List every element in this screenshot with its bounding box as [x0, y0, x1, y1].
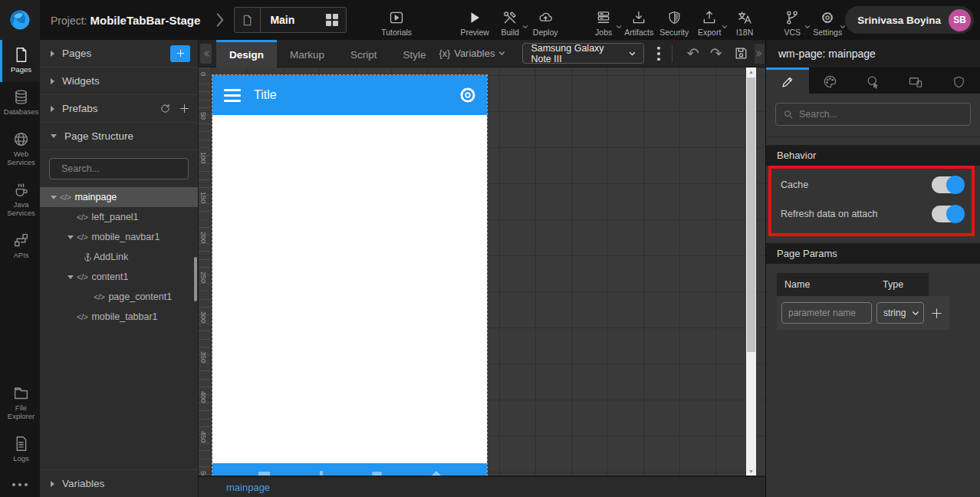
sidebar-item-logs[interactable]: Logs [0, 429, 40, 471]
sidebar-item-web-services[interactable]: Web Services [0, 124, 40, 175]
tab-styles[interactable] [809, 67, 852, 94]
tab-security[interactable] [937, 67, 980, 94]
tree-node-left-panel1[interactable]: </> left_panel1 [40, 207, 198, 227]
param-name-input[interactable] [781, 302, 872, 324]
tabbar-icon [320, 471, 323, 476]
collapse-panel-button[interactable] [200, 44, 212, 64]
expand-caret-icon[interactable] [51, 196, 57, 199]
sidebar-item-file-explorer[interactable]: File Explorer [0, 378, 40, 429]
design-canvas[interactable]: 0 50 100 150 200 250 300 350 400 450 500… [199, 67, 765, 476]
variables-caret-icon [51, 481, 54, 487]
expand-caret-icon[interactable] [67, 235, 74, 239]
section-widgets[interactable]: Widgets [40, 67, 198, 95]
scroll-down-icon[interactable]: ▼ [746, 469, 756, 474]
refresh-data-property-row: Refresh data on attach [771, 199, 972, 229]
sidebar-item-databases[interactable]: Databases [0, 82, 40, 124]
section-prefabs[interactable]: Prefabs [40, 95, 198, 123]
tree-node-mobile-tabbar1[interactable]: </> mobile_tabbar1 [40, 307, 198, 327]
tree-node-mobile-navbar1[interactable]: </> mobile_navbar1 [40, 227, 198, 247]
build-button[interactable]: Build [492, 3, 528, 37]
code-icon: </> [94, 292, 104, 301]
tab-script[interactable]: Script [337, 40, 390, 67]
behavior-section-header[interactable]: Behavior [766, 145, 980, 166]
prefabs-caret-icon [51, 106, 54, 112]
structure-search[interactable] [49, 158, 189, 179]
tab-markup[interactable]: Markup [277, 40, 337, 67]
open-files-bar: mainpage [199, 476, 765, 497]
tab-devices[interactable] [894, 67, 937, 94]
section-variables[interactable]: Variables [40, 469, 198, 497]
canvas-scrollbar[interactable]: ▲ ▼ [746, 67, 756, 476]
save-button[interactable] [734, 46, 748, 61]
page-grid-icon[interactable] [326, 14, 338, 26]
structure-search-input[interactable] [61, 163, 185, 174]
mobile-tabbar-widget[interactable] [212, 463, 487, 476]
section-pages[interactable]: Pages [40, 40, 198, 67]
mobile-navbar-widget[interactable]: Title [212, 75, 487, 115]
tab-events[interactable] [852, 67, 895, 94]
hamburger-icon[interactable] [224, 89, 241, 102]
wavemaker-logo[interactable] [0, 0, 40, 40]
variables-menu[interactable]: {x} Variables [439, 48, 506, 59]
properties-search[interactable] [775, 103, 971, 126]
open-file-tab-mainpage[interactable]: mainpage [226, 482, 270, 493]
tab-properties[interactable] [766, 67, 809, 94]
navbar-gear-icon[interactable] [459, 86, 477, 104]
jobs-button[interactable]: Jobs [586, 3, 621, 37]
tutorials-icon [389, 10, 404, 25]
tree-node-mainpage[interactable]: </> mainpage [40, 187, 198, 207]
project-chevron-icon[interactable] [214, 12, 226, 28]
tree-node-content1[interactable]: </> content1 [40, 267, 198, 287]
scroll-up-icon[interactable]: ▲ [746, 69, 756, 74]
page-params-section-header[interactable]: Page Params [766, 243, 980, 264]
more-menu-button[interactable] [656, 45, 661, 62]
deploy-button[interactable]: Deploy [528, 3, 563, 37]
security-button[interactable]: Security [656, 3, 692, 37]
undo-button[interactable]: ↶ [687, 46, 699, 61]
navbar-title[interactable]: Title [254, 88, 459, 102]
sidebar-item-pages[interactable]: Pages [0, 40, 40, 82]
scrollbar-thumb[interactable] [747, 77, 755, 352]
sidebar-item-apis[interactable]: APIs [0, 225, 40, 268]
refresh-prefabs-button[interactable] [159, 103, 171, 114]
explorer-scrollbar[interactable] [194, 257, 197, 301]
cache-toggle-on[interactable] [932, 176, 964, 193]
i18n-button[interactable]: I18N [727, 3, 762, 37]
page-selector[interactable]: Main [234, 7, 347, 33]
page-content-widget[interactable] [212, 115, 487, 463]
redo-button[interactable]: ↷ [710, 46, 722, 61]
expand-caret-icon[interactable] [67, 275, 74, 279]
add-param-button[interactable] [930, 307, 943, 320]
phone-preview[interactable]: Title [212, 75, 487, 476]
export-icon [702, 10, 717, 25]
chevron-down-icon [629, 51, 636, 57]
page-selector-value: Main [261, 14, 326, 26]
tree-node-addlink[interactable]: AddLink [40, 247, 198, 267]
expand-panel-button[interactable] [755, 44, 765, 64]
sidebar-item-java-services[interactable]: Java Services [0, 175, 40, 225]
export-button[interactable]: Export [692, 3, 727, 37]
more-options-icon[interactable] [0, 471, 40, 497]
device-select[interactable]: Samsung Galaxy Note III [522, 43, 644, 64]
gear-icon [459, 86, 477, 104]
user-menu[interactable]: Srinivasa Boyina SB [845, 6, 974, 34]
apis-icon [13, 232, 29, 248]
settings-button[interactable]: Settings [810, 3, 845, 37]
artifacts-button[interactable]: Artifacts [621, 3, 656, 37]
databases-icon [13, 89, 29, 105]
tutorials-button[interactable]: Tutorials [379, 3, 414, 37]
param-type-select[interactable]: string [876, 302, 924, 324]
add-prefab-button[interactable] [179, 103, 190, 114]
search-icon [783, 109, 794, 120]
avatar: SB [949, 9, 971, 31]
section-page-structure[interactable]: Page Structure [40, 123, 198, 150]
refresh-data-toggle-on[interactable] [932, 206, 964, 222]
preview-button[interactable]: Preview [457, 3, 492, 37]
add-page-button[interactable] [170, 45, 190, 62]
explorer-panel: Pages Widgets Prefabs Page Structure [40, 40, 198, 497]
vcs-button[interactable]: VCS [774, 3, 810, 37]
tree-node-page-content1[interactable]: </> page_content1 [40, 287, 198, 307]
tab-style[interactable]: Style [390, 40, 439, 67]
properties-search-input[interactable] [799, 109, 963, 120]
tab-design[interactable]: Design [216, 40, 277, 67]
